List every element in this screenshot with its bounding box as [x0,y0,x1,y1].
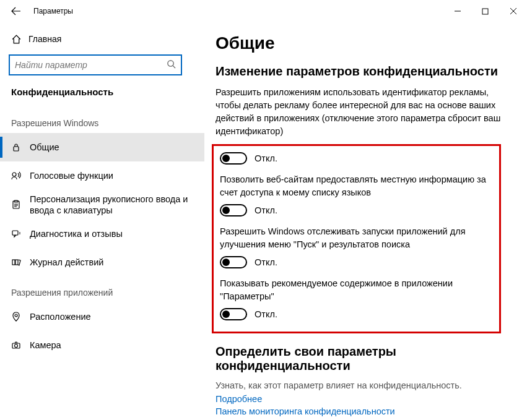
home-icon [11,34,28,45]
history-icon [11,257,30,267]
page-title: Общие [216,33,513,53]
setting-app-launches: Разрешить Windows отслеживать запуски пр… [220,225,490,268]
toggle-app-launches[interactable] [220,256,247,268]
intro-description: Разрешить приложениям использовать идент… [216,86,513,138]
location-icon [11,312,30,322]
setting-description: Показывать рекомендуемое содержимое в пр… [220,277,490,303]
sidebar-item-label: Голосовые функции [30,170,113,181]
svg-point-11 [15,345,18,348]
sidebar-item-voice[interactable]: Голосовые функции [0,161,204,190]
toggle-advertising-id[interactable] [220,152,247,165]
main-content: Общие Изменение параметров конфиденциаль… [204,22,527,420]
link-dashboard[interactable]: Панель мониторинга конфиденциальности [216,406,513,416]
search-input[interactable] [15,60,167,70]
setting-description: Позволить веб-сайтам предоставлять местн… [220,173,490,199]
svg-rect-2 [14,147,19,151]
sidebar-item-inking[interactable]: Персонализация рукописного ввода и ввода… [0,190,204,220]
section-know-privacy-title: Определить свои параметры конфиденциальн… [216,345,513,373]
feedback-icon [11,229,30,239]
privacy-links: Подробнее Панель мониторинга конфиденциа… [216,394,513,420]
sidebar-item-history[interactable]: Журнал действий [0,248,204,276]
sidebar-item-general[interactable]: Общие [0,133,204,161]
setting-description: Разрешить Windows отслеживать запуски пр… [220,225,490,251]
sidebar-item-label: Камера [30,340,61,351]
sidebar-item-label: Расположение [30,311,91,322]
back-button[interactable] [6,1,26,21]
toggle-state: Откл. [255,257,277,267]
toggle-state: Откл. [255,309,277,319]
sidebar-item-label: Диагностика и отзывы [30,228,123,239]
search-icon [167,59,176,71]
maximize-button[interactable] [471,0,499,22]
minimize-button[interactable] [443,0,471,22]
svg-point-1 [168,61,173,66]
sidebar-home[interactable]: Главная [0,27,204,51]
titlebar: Параметры [0,0,527,22]
sidebar-item-feedback[interactable]: Диагностика и отзывы [0,220,204,248]
clipboard-icon [11,200,30,210]
svg-rect-0 [482,9,488,14]
lock-icon [11,142,30,152]
group-apps-label: Разрешения приложений [0,276,204,302]
toggle-suggested-content[interactable] [220,308,247,320]
svg-rect-8 [15,260,18,265]
voice-icon [11,171,30,181]
svg-rect-7 [12,260,15,265]
section-privacy-change-title: Изменение параметров конфиденциальности [216,64,513,79]
group-windows-label: Разрешения Windows [0,107,204,133]
setting-suggested-content: Показывать рекомендуемое содержимое в пр… [220,277,490,320]
svg-rect-6 [12,231,18,235]
window-controls [443,0,527,22]
toggle-state: Откл. [255,153,277,163]
search-wrap [0,51,204,82]
sidebar-section-label: Конфиденциальность [0,82,204,107]
section-know-privacy-desc: Узнать, как этот параметр влияет на конф… [216,380,513,390]
link-learn-more[interactable]: Подробнее [216,394,513,404]
svg-point-3 [12,173,16,176]
sidebar: Главная Конфиденциальность Разрешения Wi… [0,22,204,420]
highlight-box: Откл. Позволить веб-сайтам предоставлять… [212,144,501,333]
window-title: Параметры [33,7,73,15]
settings-window: Параметры Главная [0,0,527,420]
sidebar-item-label: Журнал действий [30,257,103,268]
sidebar-item-camera[interactable]: Камера [0,331,204,359]
toggle-state: Откл. [255,205,277,215]
close-button[interactable] [499,0,527,22]
search-box[interactable] [9,54,182,75]
sidebar-item-location[interactable]: Расположение [0,302,204,331]
toggle-language-list[interactable] [220,204,247,216]
sidebar-item-label: Персонализация рукописного ввода и ввода… [30,194,193,216]
sidebar-home-label: Главная [28,34,61,44]
sidebar-item-label: Общие [30,142,59,153]
camera-icon [11,340,30,350]
setting-advertising-id: Откл. [220,152,490,165]
svg-point-9 [15,314,17,317]
setting-language-list: Позволить веб-сайтам предоставлять местн… [220,173,490,216]
